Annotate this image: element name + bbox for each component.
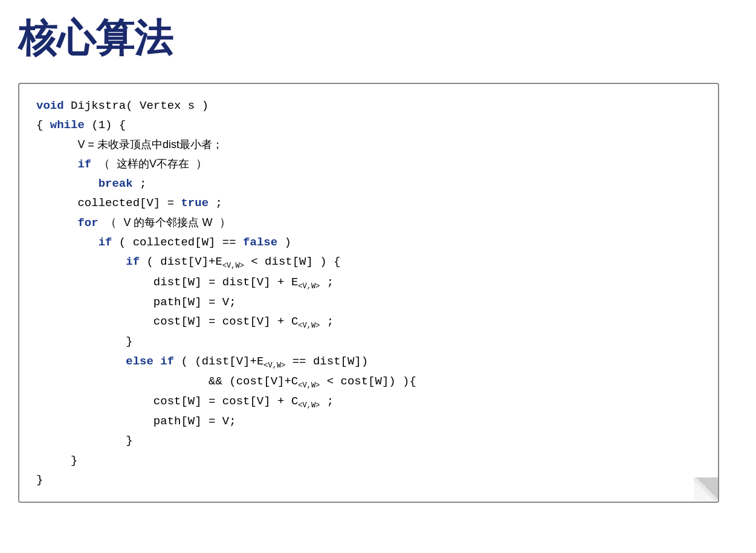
line-3: V = 未收录顶点中dist最小者；	[36, 135, 701, 155]
line-6: collected[V] = true ;	[36, 193, 701, 213]
if-dist: ( dist[V]+E<V,W> < dist[W] ) {	[146, 255, 340, 268]
line-20: }	[36, 470, 701, 490]
line-1: void Dijkstra( Vertex s )	[36, 96, 701, 115]
if-collected: ( collected[W] ==	[119, 236, 243, 249]
keyword-true: true	[181, 196, 208, 210]
line-16: cost[W] = cost[V] + C<V,W> ;	[36, 392, 701, 412]
line-13: }	[36, 332, 701, 351]
if-collected-close: )	[285, 236, 291, 249]
for-close: ）	[219, 216, 231, 230]
keyword-false: false	[243, 236, 277, 249]
line-17: path[W] = V;	[36, 412, 701, 431]
close-brace-2: }	[126, 434, 132, 447]
line-8: if ( collected[W] == false )	[36, 233, 701, 252]
keyword-if-2: if	[99, 236, 112, 249]
keyword-for: for	[77, 216, 98, 230]
keyword-while: while	[50, 118, 85, 132]
line-18: }	[36, 431, 701, 450]
semicolon-2: ;	[215, 196, 222, 210]
dist-update: dist[W] = dist[V] + E<V,W> ;	[153, 276, 334, 289]
for-cond: （	[105, 216, 123, 230]
func-name: Dijkstra( Vertex s )	[71, 99, 208, 112]
line-12: cost[W] = cost[V] + C<V,W> ;	[36, 312, 701, 332]
semicolon-1: ;	[140, 177, 146, 190]
else-if-cost: && (cost[V]+C<V,W> < cost[W]) ){	[208, 375, 416, 388]
while-cond: (1) {	[91, 118, 126, 132]
cost-update: cost[W] = cost[V] + C<V,W> ;	[153, 315, 334, 328]
path-update-2: path[W] = V;	[153, 415, 236, 428]
brace-open: {	[36, 118, 50, 132]
collected-true: collected[V] =	[77, 196, 181, 210]
line-2: { while (1) {	[36, 115, 701, 135]
line-11: path[W] = V;	[36, 293, 701, 312]
line-9: if ( dist[V]+E<V,W> < dist[W] ) {	[36, 252, 701, 272]
page-title: 核心算法	[18, 12, 738, 65]
if-paren: （	[99, 158, 117, 171]
line-15: && (cost[V]+C<V,W> < cost[W]) ){	[36, 372, 701, 392]
close-brace-3: }	[71, 454, 77, 467]
line-10: dist[W] = dist[V] + E<V,W> ;	[36, 273, 701, 293]
close-brace-4: }	[36, 473, 43, 487]
cost-update-2: cost[W] = cost[V] + C<V,W> ;	[153, 395, 334, 408]
keyword-void: void	[36, 99, 64, 112]
line-19: }	[36, 451, 701, 470]
keyword-else: else if	[126, 355, 174, 368]
comment-for: V 的每个邻接点 W	[123, 216, 212, 228]
line-4: if （ 这样的V不存在 ）	[36, 155, 701, 174]
comment-if-v: 这样的V不存在	[117, 158, 189, 170]
keyword-break: break	[99, 177, 133, 190]
if-close: ）	[196, 158, 207, 171]
path-update: path[W] = V;	[153, 296, 236, 309]
keyword-if-3: if	[126, 255, 140, 268]
close-brace-1: }	[126, 335, 132, 348]
line-7: for （ V 的每个邻接点 W ）	[36, 213, 701, 233]
line-14: else if ( (dist[V]+E<V,W> == dist[W])	[36, 352, 701, 372]
keyword-if-1: if	[77, 158, 91, 171]
code-content: void Dijkstra( Vertex s ) { while (1) { …	[36, 96, 701, 490]
else-if-dist: ( (dist[V]+E<V,W> == dist[W])	[181, 355, 368, 368]
line-5: break ;	[36, 174, 701, 193]
comment-v: V = 未收录顶点中dist最小者；	[77, 138, 223, 150]
code-block-container: void Dijkstra( Vertex s ) { while (1) { …	[18, 83, 719, 503]
